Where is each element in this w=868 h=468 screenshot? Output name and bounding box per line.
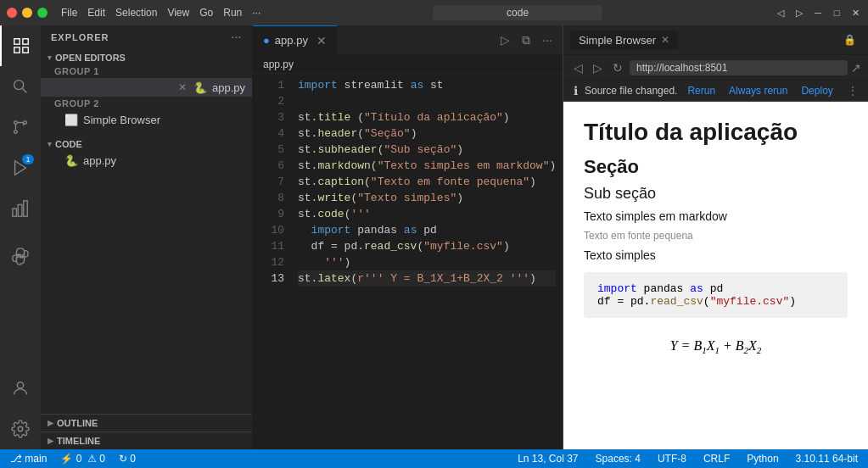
restore-btn[interactable]: □	[831, 7, 843, 19]
menu-run[interactable]: Run	[223, 7, 242, 19]
activity-python[interactable]	[0, 236, 41, 276]
status-encoding[interactable]: UTF-8	[654, 453, 690, 465]
line-num-10: 10	[260, 222, 284, 238]
minimize-window-icon[interactable]	[22, 8, 32, 18]
sidebar-more-btn[interactable]: ···	[232, 32, 242, 42]
sidebar-header: Explorer ···	[41, 25, 252, 49]
status-eol[interactable]: CRLF	[700, 453, 733, 465]
debug-badge: 1	[22, 154, 34, 164]
timeline-header[interactable]: ▶ Timeline	[41, 432, 252, 449]
svg-line-5	[23, 89, 27, 93]
menu-selection[interactable]: Selection	[115, 7, 157, 19]
open-editors-header[interactable]: ▾ Open Editors	[41, 51, 252, 64]
status-spaces[interactable]: Spaces: 4	[592, 453, 644, 465]
minimize-btn[interactable]: ─	[812, 7, 824, 19]
notification-more-btn[interactable]: ⋮	[848, 85, 858, 97]
browser-external-btn[interactable]: ↗	[851, 61, 861, 75]
tab-close-icon[interactable]: ✕	[316, 34, 327, 47]
browser-toolbar: ◁ ▷ ↻ ↗	[563, 55, 868, 81]
title-bar: File Edit Selection View Go Run ··· ◁ ▷ …	[0, 0, 868, 25]
menu-edit[interactable]: Edit	[87, 7, 105, 19]
status-language[interactable]: Python	[743, 453, 781, 465]
maximize-window-icon[interactable]	[37, 8, 48, 18]
breadcrumb: app.py	[253, 55, 563, 74]
search-input[interactable]	[433, 5, 602, 20]
always-rerun-btn[interactable]: Always rerun	[725, 85, 791, 97]
sidebar-bottom: ▶ Outline ▶ Timeline	[41, 414, 252, 449]
activity-settings[interactable]	[0, 409, 41, 449]
editor-simple-browser[interactable]: ⬜ Simple Browser	[41, 110, 252, 129]
code-line-2	[298, 93, 556, 109]
simple-browser-label: Simple Browser	[83, 114, 160, 126]
status-position[interactable]: Ln 13, Col 37	[514, 453, 581, 465]
menu-more[interactable]: ···	[252, 7, 260, 19]
close-btn[interactable]: ✕	[849, 7, 861, 19]
svg-point-14	[18, 426, 23, 432]
menu-go[interactable]: Go	[199, 7, 213, 19]
browser-lock-icon[interactable]: 🔒	[838, 34, 861, 46]
browser-refresh-btn[interactable]: ↻	[609, 59, 626, 76]
group2-label: Group 2	[41, 97, 252, 110]
search-bar	[267, 5, 768, 20]
activity-explorer[interactable]	[0, 25, 41, 66]
outline-header[interactable]: ▶ Outline	[41, 415, 252, 432]
browser-tab-bar: Simple Browser ✕ 🔒	[563, 25, 868, 55]
status-errors[interactable]: ⚡ 0 ⚠ 0	[57, 453, 109, 465]
outline-label: Outline	[57, 418, 98, 428]
nav-back-btn[interactable]: ◁	[775, 7, 787, 19]
editor-tab-bar: ● app.py ✕ ▷ ⧉ ···	[253, 25, 563, 55]
more-actions-btn[interactable]: ···	[539, 31, 556, 48]
browser-forward-btn[interactable]: ▷	[590, 59, 606, 76]
nav-forward-btn[interactable]: ▷	[793, 7, 805, 19]
rerun-btn[interactable]: Rerun	[684, 85, 719, 97]
activity-run-debug[interactable]: 1	[0, 148, 41, 188]
editor-actions: ▷ ⧉ ···	[490, 25, 563, 54]
menu-file[interactable]: File	[61, 7, 77, 19]
code-app-py[interactable]: 🐍 app.py	[41, 151, 252, 170]
code-line-3: st.title ("Título da aplicação")	[298, 109, 556, 125]
split-editor-btn[interactable]: ⧉	[518, 31, 534, 49]
status-sync[interactable]: ↻ 0	[115, 453, 139, 465]
activity-search[interactable]	[0, 66, 41, 107]
editor-file-app-py[interactable]: ✕ 🐍 app.py	[41, 78, 252, 97]
svg-point-8	[14, 131, 18, 134]
group1-label: Group 1	[41, 64, 252, 78]
line-num-13: 13	[260, 270, 284, 287]
close-app-py-icon[interactable]: ✕	[178, 81, 187, 93]
activity-source-control[interactable]	[0, 107, 41, 148]
close-window-icon[interactable]	[7, 8, 17, 18]
code-block-line2: df = pd.read_csv("myfile.csv")	[597, 295, 834, 308]
line-num-7: 7	[260, 174, 284, 190]
browser-notification: ℹ Source file changed. Rerun Always reru…	[563, 81, 868, 102]
browser-tab[interactable]: Simple Browser ✕	[570, 31, 678, 50]
editor-content: 1 2 3 4 5 6 7 8 9 10 11 12 13 import str…	[253, 74, 563, 449]
app-section: Seção	[584, 156, 848, 178]
status-right: Ln 13, Col 37 Spaces: 4 UTF-8 CRLF Pytho…	[514, 453, 861, 465]
line-num-6: 6	[260, 158, 284, 174]
code-block-line1: import pandas as pd	[597, 282, 834, 295]
app-py-label: app.py	[212, 81, 245, 94]
app-code-block: import pandas as pd df = pd.read_csv("my…	[584, 272, 848, 318]
activity-extensions[interactable]	[0, 188, 41, 229]
run-code-btn[interactable]: ▷	[497, 31, 513, 48]
status-branch[interactable]: ⎇ main	[7, 453, 50, 465]
line-num-2: 2	[260, 93, 284, 109]
editor-area: ● app.py ✕ ▷ ⧉ ··· app.py 1 2 3 4 5 6 7	[253, 25, 563, 449]
browser-url-input[interactable]	[630, 60, 848, 75]
window-controls: ◁ ▷ ─ □ ✕	[775, 7, 861, 19]
line-num-5: 5	[260, 142, 284, 158]
timeline-label: Timeline	[57, 436, 100, 446]
browser-content[interactable]: Título da aplicação Seção Sub seção Text…	[563, 102, 868, 449]
menu-view[interactable]: View	[167, 7, 189, 19]
activity-accounts[interactable]	[0, 368, 41, 409]
browser-back-btn[interactable]: ◁	[570, 59, 586, 76]
browser-tab-close-icon[interactable]: ✕	[661, 34, 669, 46]
svg-point-13	[17, 382, 23, 388]
status-python-version[interactable]: 3.10.11 64-bit	[792, 453, 861, 465]
code-section-header[interactable]: ▾ Code	[41, 137, 252, 151]
tab-app-py[interactable]: ● app.py ✕	[253, 25, 338, 54]
svg-rect-0	[14, 39, 20, 44]
deploy-btn[interactable]: Deploy	[798, 85, 836, 97]
code-editor[interactable]: import streamlit as st st.title ("Título…	[291, 74, 563, 449]
line-num-3: 3	[260, 109, 284, 125]
